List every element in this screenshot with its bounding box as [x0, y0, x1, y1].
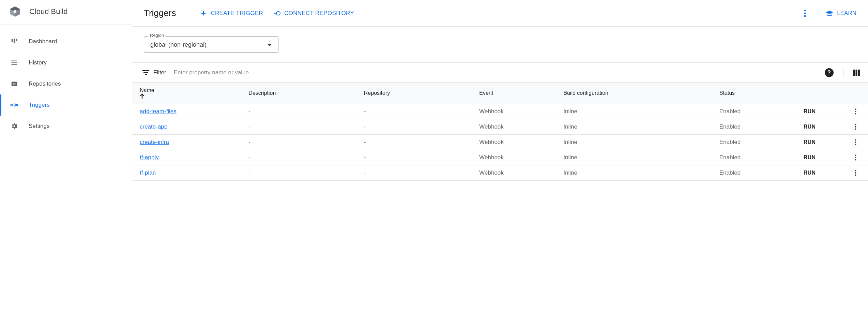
svg-point-3 — [14, 10, 17, 13]
columns-icon[interactable] — [853, 70, 860, 76]
svg-point-24 — [804, 15, 806, 17]
header-description[interactable]: Description — [244, 83, 360, 104]
connect-repository-button[interactable]: CONNECT REPOSITORY — [273, 10, 354, 17]
connect-icon — [273, 10, 281, 17]
cell-description: - — [244, 135, 360, 150]
cell-build: Inline — [559, 104, 715, 119]
trigger-name-link[interactable]: tf-apply — [140, 154, 159, 161]
svg-rect-6 — [16, 39, 17, 41]
run-button[interactable]: RUN — [804, 108, 816, 114]
sidebar-item-dashboard[interactable]: Dashboard — [0, 31, 132, 52]
history-icon — [8, 57, 20, 69]
table-row: create-app--WebhookInlineEnabledRUN — [132, 119, 868, 135]
learn-button[interactable]: LEARN — [825, 10, 856, 17]
plus-icon — [200, 10, 207, 17]
table-row: tf-apply--WebhookInlineEnabledRUN — [132, 150, 868, 165]
svg-point-45 — [855, 159, 856, 161]
row-menu-button[interactable] — [847, 139, 864, 145]
run-button[interactable]: RUN — [804, 170, 816, 176]
create-trigger-button[interactable]: CREATE TRIGGER — [200, 10, 263, 17]
svg-point-34 — [855, 109, 856, 110]
svg-point-17 — [16, 104, 18, 106]
svg-rect-4 — [12, 39, 13, 42]
cell-repository: - — [360, 135, 475, 150]
trigger-name-link[interactable]: add-team-files — [140, 108, 177, 115]
filter-input[interactable] — [174, 69, 825, 76]
cell-repository: - — [360, 150, 475, 165]
cell-status: Enabled — [715, 150, 800, 165]
help-icon[interactable]: ? — [825, 68, 834, 77]
cell-status: Enabled — [715, 104, 800, 119]
svg-rect-29 — [145, 74, 147, 75]
cell-description: - — [244, 119, 360, 135]
svg-point-44 — [855, 157, 856, 158]
sidebar-item-label: History — [29, 59, 47, 66]
header-status[interactable]: Status — [715, 83, 800, 104]
settings-icon — [8, 120, 20, 132]
svg-point-43 — [855, 155, 856, 156]
svg-rect-32 — [858, 70, 860, 76]
run-button[interactable]: RUN — [804, 139, 816, 145]
svg-point-47 — [855, 172, 856, 174]
cell-build: Inline — [559, 165, 715, 181]
region-value: global (non-regional) — [150, 41, 207, 48]
trigger-name-link[interactable]: create-infra — [140, 139, 169, 145]
page-title: Triggers — [144, 8, 176, 18]
svg-point-42 — [855, 144, 856, 145]
filter-icon — [142, 70, 149, 75]
cell-repository: - — [360, 104, 475, 119]
cloud-build-logo-icon — [8, 5, 22, 18]
cell-description: - — [244, 104, 360, 119]
table-row: add-team-files--WebhookInlineEnabledRUN — [132, 104, 868, 119]
sidebar-item-label: Repositories — [29, 80, 61, 87]
cell-build: Inline — [559, 119, 715, 135]
run-button[interactable]: RUN — [804, 154, 816, 160]
svg-point-36 — [855, 113, 856, 115]
run-button[interactable]: RUN — [804, 124, 816, 130]
table-row: create-infra--WebhookInlineEnabledRUN — [132, 135, 868, 150]
triggers-table: Name Description Repository Event Build … — [132, 82, 868, 181]
sidebar-item-settings[interactable]: Settings — [0, 116, 132, 137]
sidebar-item-triggers[interactable]: Triggers — [0, 94, 132, 116]
sidebar-item-label: Dashboard — [29, 38, 57, 45]
region-selector[interactable]: Region global (non-regional) — [144, 36, 278, 53]
svg-point-15 — [11, 104, 13, 106]
learn-icon — [825, 10, 834, 17]
row-menu-button[interactable] — [847, 154, 864, 161]
row-menu-button[interactable] — [847, 124, 864, 130]
cell-event: Webhook — [475, 104, 559, 119]
dashboard-icon — [8, 35, 20, 48]
header-build[interactable]: Build configuration — [559, 83, 715, 104]
svg-point-39 — [855, 129, 856, 130]
row-menu-button[interactable] — [847, 170, 864, 176]
cell-repository: - — [360, 165, 475, 181]
trigger-name-link[interactable]: tf-plan — [140, 169, 156, 176]
more-options-button[interactable] — [798, 6, 812, 20]
main-content: Triggers CREATE TRIGGER CONNECT REPOSITO… — [132, 0, 868, 311]
cell-status: Enabled — [715, 165, 800, 181]
connect-repository-label: CONNECT REPOSITORY — [284, 10, 354, 17]
sidebar-item-repositories[interactable]: <> Repositories — [0, 73, 132, 94]
repositories-icon: <> — [8, 78, 20, 90]
cell-description: - — [244, 165, 360, 181]
region-field-label: Region — [148, 33, 166, 38]
cell-description: - — [244, 150, 360, 165]
cell-build: Inline — [559, 150, 715, 165]
svg-rect-28 — [143, 72, 148, 73]
svg-point-48 — [855, 175, 856, 176]
create-trigger-label: CREATE TRIGGER — [211, 10, 263, 17]
header-repository[interactable]: Repository — [360, 83, 475, 104]
row-menu-button[interactable] — [847, 108, 864, 115]
more-vert-icon — [804, 10, 806, 17]
cell-repository: - — [360, 119, 475, 135]
header-event[interactable]: Event — [475, 83, 559, 104]
header-name[interactable]: Name — [132, 83, 244, 104]
product-title: Cloud Build — [29, 7, 68, 16]
table-row: tf-plan--WebhookInlineEnabledRUN — [132, 165, 868, 181]
trigger-name-link[interactable]: create-app — [140, 123, 167, 130]
sidebar-item-history[interactable]: History — [0, 52, 132, 73]
sidebar-item-label: Settings — [29, 123, 49, 130]
svg-point-40 — [855, 139, 856, 141]
filter-text: Filter — [153, 69, 166, 76]
cell-event: Webhook — [475, 150, 559, 165]
